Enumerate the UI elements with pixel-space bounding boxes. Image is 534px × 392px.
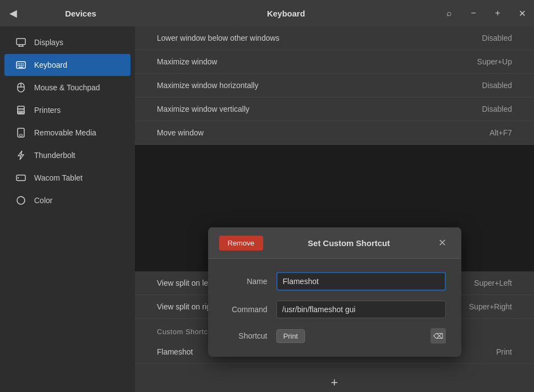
shortcut-key: Disabled (482, 105, 512, 113)
shortcut-name: Move window (157, 128, 204, 137)
add-shortcut-button[interactable]: + (325, 373, 345, 392)
main-layout: Displays Keyboard (0, 26, 534, 392)
color-label: Color (34, 196, 52, 205)
minimize-icon: − (471, 8, 476, 18)
sidebar-item-mouse[interactable]: Mouse & Touchpad (4, 77, 130, 99)
mouse-label: Mouse & Touchpad (34, 83, 100, 92)
minimize-button[interactable]: − (461, 0, 486, 26)
command-label: Command (224, 305, 268, 314)
shortcut-key: Super+Up (477, 57, 512, 66)
sidebar-item-printers[interactable]: Printers (4, 99, 130, 121)
window-controls: ⌕ − + ✕ (437, 0, 534, 26)
titlebar: ◀ Devices Keyboard ⌕ − + ✕ (0, 0, 534, 26)
removable-label: Removable Media (34, 128, 96, 137)
name-field: Name (224, 272, 446, 291)
shortcuts-list: Lower window below other windows Disable… (135, 26, 534, 392)
name-input[interactable] (276, 272, 446, 291)
sidebar-item-wacom[interactable]: Wacom Tablet (4, 167, 130, 189)
shortcut-area: Print ⌫ (276, 328, 446, 344)
search-button[interactable]: ⌕ (437, 0, 461, 26)
sidebar-item-color[interactable]: Color (4, 189, 130, 211)
maximize-icon: + (495, 8, 500, 18)
shortcut-badge: Print (276, 329, 306, 343)
removable-media-icon (15, 127, 26, 138)
close-icon: ✕ (519, 8, 526, 19)
dialog-header: Remove Set Custom Shortcut ✕ (208, 227, 461, 259)
sidebar: Displays Keyboard (0, 26, 135, 392)
thunderbolt-label: Thunderbolt (34, 151, 75, 160)
backspace-icon: ⌫ (433, 332, 443, 340)
shortcut-row[interactable]: Maximize window Super+Up (135, 50, 534, 74)
thunderbolt-icon (15, 150, 26, 161)
svg-point-24 (18, 177, 19, 178)
sidebar-item-removable[interactable]: Removable Media (4, 122, 130, 144)
sidebar-item-displays[interactable]: Displays (4, 31, 130, 53)
back-icon: ◀ (9, 7, 17, 19)
keyboard-icon (15, 59, 26, 70)
wacom-label: Wacom Tablet (34, 173, 83, 182)
shortcut-row[interactable]: Maximize window vertically Disabled (135, 97, 534, 121)
shortcut-row[interactable]: Move window Alt+F7 (135, 121, 534, 145)
shortcut-field: Shortcut Print ⌫ (224, 328, 446, 344)
display-icon (15, 37, 26, 48)
printers-label: Printers (34, 106, 61, 115)
close-button[interactable]: ✕ (510, 0, 534, 26)
shortcut-clear-button[interactable]: ⌫ (431, 328, 446, 344)
back-button[interactable]: ◀ (0, 0, 26, 26)
shortcut-key: Disabled (482, 81, 512, 90)
svg-rect-22 (19, 134, 23, 136)
shortcut-key: Disabled (482, 34, 512, 42)
custom-shortcut-dialog: Remove Set Custom Shortcut ✕ Name (208, 227, 461, 357)
sidebar-title: Devices (26, 9, 135, 18)
wacom-icon (15, 172, 26, 183)
shortcut-name: Lower window below other windows (157, 34, 280, 42)
shortcut-row[interactable]: Lower window below other windows Disable… (135, 26, 534, 50)
mouse-icon (15, 82, 26, 93)
shortcut-key: Super+Left (474, 279, 512, 287)
shortcut-name: Maximize window vertically (157, 105, 249, 113)
custom-shortcut-name: Flameshot (157, 347, 193, 356)
shortcut-row[interactable]: Maximize window horizontally Disabled (135, 74, 534, 97)
shortcut-name: View split on left (157, 279, 212, 287)
command-input[interactable] (276, 301, 446, 318)
dialog-body: Name Command Shortcut (208, 259, 461, 357)
shortcut-label: Shortcut (224, 331, 268, 340)
command-field: Command (224, 301, 446, 318)
shortcut-key: Super+Right (469, 302, 512, 311)
content-area: Lower window below other windows Disable… (135, 26, 534, 392)
sidebar-item-keyboard[interactable]: Keyboard (4, 54, 130, 76)
shortcut-name: Maximize window horizontally (157, 81, 258, 90)
maximize-button[interactable]: + (486, 0, 510, 26)
search-icon: ⌕ (446, 8, 452, 18)
color-icon (15, 195, 26, 206)
dialog-close-button[interactable]: ✕ (435, 235, 450, 251)
shortcut-key: Alt+F7 (489, 128, 512, 137)
modal-overlay: Remove Set Custom Shortcut ✕ Name (135, 145, 534, 271)
remove-button[interactable]: Remove (219, 236, 263, 251)
printer-icon (15, 105, 26, 116)
displays-label: Displays (34, 38, 63, 47)
shortcut-name: Maximize window (157, 57, 217, 66)
keyboard-label: Keyboard (34, 61, 67, 69)
add-button-row: + (135, 364, 534, 392)
sidebar-item-thunderbolt[interactable]: Thunderbolt (4, 144, 130, 166)
svg-rect-0 (17, 39, 25, 45)
custom-shortcut-key: Print (496, 347, 512, 356)
window-title: Keyboard (135, 9, 437, 18)
name-label: Name (224, 277, 268, 286)
dialog-title: Set Custom Shortcut (263, 238, 435, 248)
